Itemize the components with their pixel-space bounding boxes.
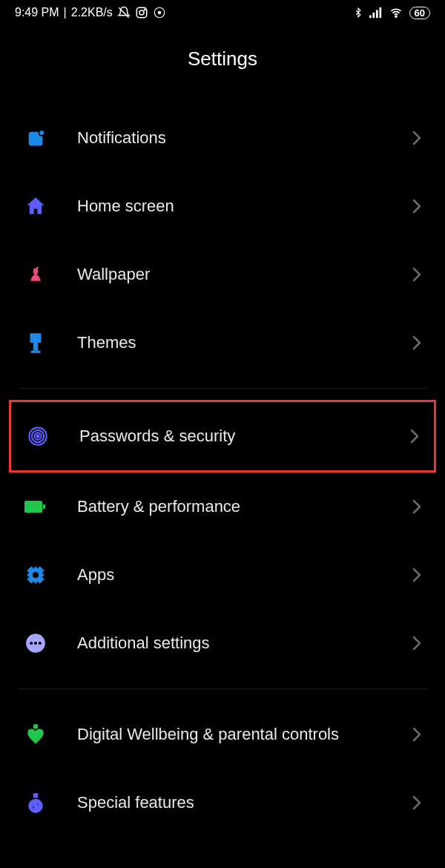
svg-rect-28 bbox=[33, 793, 38, 798]
status-right: 60 bbox=[353, 6, 430, 19]
home-icon bbox=[24, 194, 47, 218]
chevron-right-icon bbox=[412, 499, 421, 514]
settings-list: NotificationsHome screenWallpaperThemesP… bbox=[0, 104, 445, 837]
svg-rect-5 bbox=[369, 16, 372, 19]
svg-point-1 bbox=[139, 10, 144, 15]
status-bar: 9:49 PM | 2.2KB/s 60 bbox=[0, 0, 445, 25]
svg-rect-14 bbox=[33, 343, 38, 351]
bluetooth-icon bbox=[353, 6, 363, 19]
battery-icon bbox=[24, 495, 47, 519]
settings-item-themes[interactable]: Themes bbox=[9, 309, 436, 377]
svg-rect-13 bbox=[30, 333, 42, 343]
divider bbox=[18, 388, 427, 389]
dots-icon bbox=[24, 631, 47, 655]
svg-rect-20 bbox=[24, 501, 42, 513]
chevron-right-icon bbox=[412, 636, 421, 651]
apps-icon bbox=[24, 563, 47, 587]
settings-item-label: Special features bbox=[77, 792, 412, 814]
chevron-right-icon bbox=[412, 335, 421, 350]
settings-item-label: Wallpaper bbox=[77, 264, 412, 286]
instagram-icon bbox=[135, 6, 148, 19]
status-left: 9:49 PM | 2.2KB/s bbox=[15, 6, 166, 19]
fingerprint-icon bbox=[26, 424, 50, 448]
svg-point-12 bbox=[39, 131, 44, 135]
wifi-icon bbox=[389, 7, 403, 19]
svg-rect-15 bbox=[31, 351, 41, 353]
heart-icon bbox=[24, 723, 47, 746]
settings-item-home-screen[interactable]: Home screen bbox=[9, 172, 436, 240]
svg-point-9 bbox=[395, 16, 397, 17]
settings-item-passwords-security[interactable]: Passwords & security bbox=[9, 400, 436, 473]
notifications-off-icon bbox=[117, 6, 131, 19]
settings-item-label: Home screen bbox=[77, 196, 412, 217]
svg-point-31 bbox=[37, 803, 39, 805]
settings-item-label: Battery & performance bbox=[77, 496, 412, 518]
wallpaper-icon bbox=[24, 263, 47, 286]
svg-point-26 bbox=[39, 642, 42, 645]
svg-point-22 bbox=[33, 572, 39, 578]
settings-item-additional-settings[interactable]: Additional settings bbox=[9, 609, 436, 677]
page-title: Settings bbox=[0, 47, 445, 70]
themes-icon bbox=[24, 331, 47, 355]
chevron-right-icon bbox=[410, 429, 419, 444]
settings-item-label: Passwords & security bbox=[79, 426, 410, 447]
svg-point-27 bbox=[33, 724, 38, 729]
svg-rect-8 bbox=[379, 7, 381, 18]
settings-item-label: Themes bbox=[77, 332, 412, 354]
chevron-right-icon bbox=[412, 727, 421, 742]
signal-icon bbox=[369, 7, 383, 19]
chevron-right-icon bbox=[412, 131, 421, 145]
svg-point-30 bbox=[32, 806, 34, 809]
svg-point-4 bbox=[158, 11, 162, 15]
settings-item-label: Additional settings bbox=[77, 633, 412, 654]
notifications-icon bbox=[24, 126, 47, 150]
flask-icon bbox=[24, 791, 47, 815]
svg-point-29 bbox=[28, 799, 42, 813]
settings-item-wallpaper[interactable]: Wallpaper bbox=[9, 240, 436, 309]
svg-point-2 bbox=[144, 9, 145, 10]
settings-item-apps[interactable]: Apps bbox=[9, 541, 436, 609]
settings-item-special-features[interactable]: Special features bbox=[9, 769, 436, 837]
settings-item-notifications[interactable]: Notifications bbox=[9, 104, 436, 172]
settings-item-digital-wellbeing[interactable]: Digital Wellbeing & parental controls bbox=[9, 700, 436, 769]
svg-rect-6 bbox=[372, 13, 375, 18]
settings-item-label: Apps bbox=[77, 565, 412, 586]
svg-point-19 bbox=[36, 435, 39, 438]
svg-rect-21 bbox=[43, 504, 45, 509]
chevron-right-icon bbox=[412, 199, 421, 214]
settings-item-battery-performance[interactable]: Battery & performance bbox=[9, 473, 436, 541]
settings-item-label: Digital Wellbeing & parental controls bbox=[77, 724, 412, 746]
chevron-right-icon bbox=[412, 795, 421, 810]
settings-item-label: Notifications bbox=[77, 128, 412, 149]
app-icon bbox=[153, 6, 166, 19]
svg-rect-7 bbox=[376, 10, 378, 18]
chevron-right-icon bbox=[412, 267, 421, 282]
status-data-rate: 2.2KB/s bbox=[71, 6, 113, 19]
divider bbox=[18, 688, 427, 689]
chevron-right-icon bbox=[412, 568, 421, 582]
battery-indicator: 60 bbox=[409, 7, 430, 19]
svg-point-25 bbox=[34, 642, 37, 645]
status-time: 9:49 PM bbox=[15, 6, 59, 19]
svg-point-24 bbox=[30, 642, 33, 645]
